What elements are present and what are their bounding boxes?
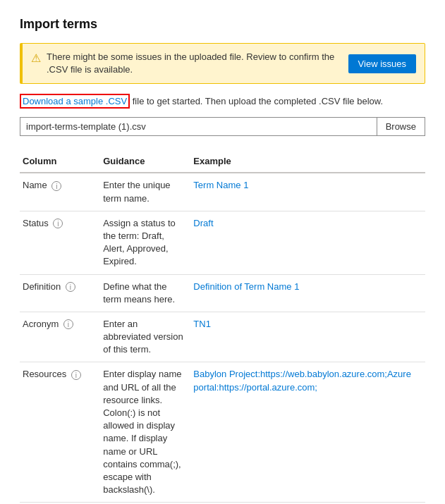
cell-column-name: Resources i [20,362,100,503]
col-header-example: Example [190,150,425,173]
warning-icon: ⚠ [31,51,41,65]
cell-guidance: Define what the term means here. [100,274,190,312]
cell-column-name: Definition i [20,274,100,312]
cell-guidance: Enter the unique term name. [100,173,190,211]
table-row: Status iAssign a status to the term: Dra… [20,211,425,274]
cell-guidance: Enter display name and URL of all the re… [100,362,190,503]
warning-banner: ⚠ There might be some issues in the uplo… [20,43,425,84]
cell-example: Babylon Project:https://web.babylon.azur… [190,362,425,503]
file-input-row: Browse [20,117,425,136]
import-terms-dialog: Import terms ⚠ There might be some issue… [0,0,445,504]
info-icon[interactable]: i [71,370,81,380]
col-header-guidance: Guidance [100,150,190,173]
column-guidance-table: Column Guidance Example Name iEnter the … [20,150,425,504]
cell-example: Term Name 1 [190,173,425,211]
dialog-title: Import terms [20,17,425,32]
info-icon[interactable]: i [66,282,75,292]
cell-guidance: Enter an abbreviated version of this ter… [100,312,190,362]
table-row: Name iEnter the unique term name.Term Na… [20,173,425,211]
browse-button[interactable]: Browse [377,117,425,136]
table-row: Resources iEnter display name and URL of… [20,362,425,503]
cell-example: TN1 [190,312,425,362]
col-header-column: Column [20,150,100,173]
cell-column-name: Status i [20,211,100,274]
warning-left: ⚠ There might be some issues in the uplo… [31,51,337,76]
info-icon[interactable]: i [63,319,73,329]
table-header-row: Column Guidance Example [20,150,425,173]
table-row: Definition iDefine what the term means h… [20,274,425,312]
cell-example: Draft [190,211,425,274]
cell-column-name: Acronym i [20,312,100,362]
download-suffix: file to get started. Then upload the com… [130,96,383,106]
cell-guidance: Assign a status to the term: Draft, Aler… [100,211,190,274]
file-input[interactable] [20,117,377,136]
download-row: Download a sample .CSV file to get start… [20,94,425,109]
cell-column-name: Name i [20,173,100,211]
cell-example: Definition of Term Name 1 [190,274,425,312]
warning-text: There might be some issues in the upload… [47,51,337,76]
info-icon[interactable]: i [51,181,61,191]
info-icon[interactable]: i [53,219,63,228]
download-sample-link[interactable]: Download a sample .CSV [20,94,130,109]
view-issues-button[interactable]: View issues [348,54,416,73]
table-row: Acronym iEnter an abbreviated version of… [20,312,425,362]
